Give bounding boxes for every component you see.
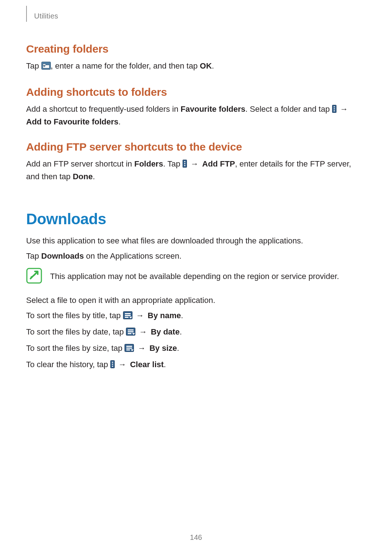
text: To sort the files by size, tap [26, 344, 124, 353]
para-sort-title: To sort the files by title, tap → By nam… [26, 310, 366, 323]
arrow: → [188, 159, 201, 168]
para-select-file: Select a file to open it with an appropr… [26, 295, 366, 306]
text: . [212, 61, 214, 70]
text: Add an FTP server shortcut in [26, 159, 134, 168]
overflow-menu-icon [183, 159, 187, 171]
para-adding-shortcuts: Add a shortcut to frequently-used folder… [26, 103, 366, 128]
svg-rect-11 [184, 163, 185, 164]
text-bold: Done [73, 172, 93, 181]
svg-rect-17 [125, 317, 128, 318]
page: Utilities Creating folders Tap , enter a… [0, 0, 392, 554]
svg-rect-27 [126, 349, 130, 350]
text: Tap [26, 61, 41, 70]
svg-rect-26 [126, 348, 132, 349]
heading-adding-ftp: Adding FTP server shortcuts to the devic… [26, 141, 366, 153]
svg-rect-25 [126, 346, 132, 347]
svg-rect-7 [334, 108, 335, 109]
text: on the Applications screen. [84, 251, 181, 260]
arrow: → [116, 360, 128, 369]
text: . [177, 344, 179, 353]
para-downloads-intro1: Use this application to see what files a… [26, 235, 366, 247]
text: . Select a folder and tap [245, 104, 332, 114]
heading-downloads: Downloads [26, 210, 366, 228]
note-icon [26, 268, 42, 285]
text: . [118, 117, 121, 126]
arrow: → [137, 327, 149, 336]
para-creating-folders: Tap , enter a name for the folder, and t… [26, 60, 366, 73]
text-bold: Add to Favourite folders [26, 117, 118, 126]
page-number: 146 [0, 533, 392, 542]
svg-rect-16 [125, 315, 131, 316]
arrow: → [338, 104, 348, 114]
text: Tap [26, 251, 41, 260]
heading-adding-shortcuts: Adding shortcuts to folders [26, 86, 366, 98]
svg-rect-15 [125, 313, 131, 314]
text-bold: Favourite folders [181, 104, 245, 114]
header-section-label: Utilities [34, 12, 58, 20]
para-downloads-intro2: Tap Downloads on the Applications screen… [26, 250, 366, 262]
sort-menu-icon [123, 311, 132, 323]
para-sort-date: To sort the files by date, tap → By date… [26, 326, 366, 339]
svg-rect-6 [334, 106, 335, 107]
text-bold: By date [151, 327, 179, 336]
sort-menu-icon [126, 327, 135, 339]
svg-rect-8 [334, 110, 335, 111]
heading-creating-folders: Creating folders [26, 43, 366, 55]
add-folder-icon [41, 61, 51, 73]
note-text: This application may not be available de… [50, 271, 339, 282]
text-bold: By size [150, 344, 177, 353]
text-bold: OK [200, 61, 212, 70]
svg-rect-32 [112, 366, 113, 367]
text: . [164, 360, 166, 369]
text-bold: Folders [134, 159, 163, 168]
arrow: → [134, 311, 146, 320]
text: Add a shortcut to frequently-used folder… [26, 104, 181, 114]
text-bold: Downloads [41, 251, 84, 260]
text: . [181, 311, 183, 320]
overflow-menu-icon [110, 360, 115, 372]
arrow: → [135, 344, 148, 353]
sort-menu-icon [124, 344, 134, 355]
page-header: Utilities [26, 12, 366, 22]
text: . Tap [163, 159, 182, 168]
text: To clear the history, tap [26, 360, 110, 369]
text: To sort the files by title, tap [26, 311, 123, 320]
para-clear-history: To clear the history, tap → Clear list. [26, 359, 366, 372]
para-adding-ftp: Add an FTP server shortcut in Folders. T… [26, 158, 366, 182]
svg-rect-21 [128, 331, 134, 332]
text-bold: Add FTP [202, 159, 235, 168]
text-bold: By name [148, 311, 181, 320]
note-box: This application may not be available de… [26, 268, 366, 285]
header-rule [26, 6, 27, 22]
svg-rect-31 [112, 364, 113, 365]
text: , enter a name for the folder, and then … [51, 61, 200, 70]
text-bold: Clear list [130, 360, 164, 369]
svg-rect-12 [184, 165, 185, 166]
svg-rect-10 [184, 161, 185, 162]
svg-rect-22 [128, 333, 131, 334]
text: . [93, 172, 95, 181]
svg-rect-20 [128, 329, 134, 331]
svg-rect-30 [112, 362, 113, 363]
overflow-menu-icon [332, 104, 336, 116]
text: To sort the files by date, tap [26, 327, 126, 336]
text: . [180, 327, 182, 336]
para-sort-size: To sort the files by size, tap → By size… [26, 342, 366, 355]
